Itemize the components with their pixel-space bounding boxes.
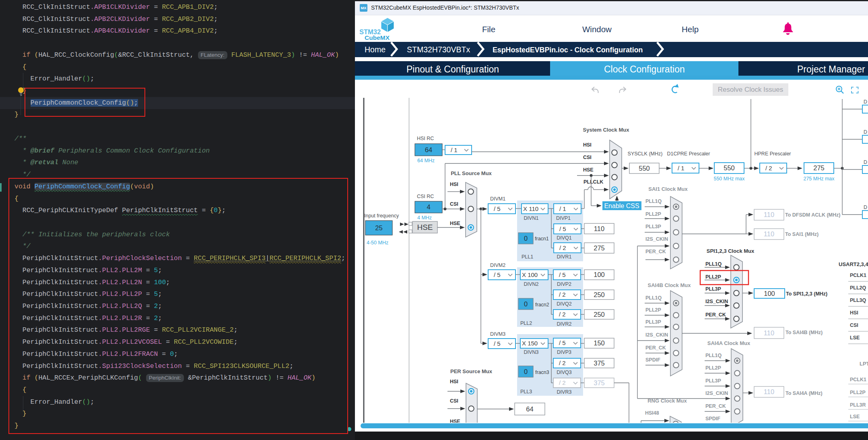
svg-text:USART2,3,4,5,7: USART2,3,4,5,7 [839,261,868,267]
svg-text:To SAI1 (MHz): To SAI1 (MHz) [785,231,819,237]
svg-text:275: 275 [813,164,825,171]
svg-text:HSE: HSE [583,167,594,173]
svg-text:PER_CK: PER_CK [705,312,726,318]
svg-text:100: 100 [594,271,605,278]
svg-text:CSI: CSI [583,155,592,160]
svg-text:/ 2: / 2 [559,291,566,298]
svg-text:PLL3: PLL3 [520,389,532,395]
svg-text:550: 550 [639,165,650,172]
svg-text:DIVM3: DIVM3 [490,331,505,337]
svg-text:DIVQ2: DIVQ2 [557,301,572,307]
svg-text:To SAI4B (MHz): To SAI4B (MHz) [786,330,823,335]
svg-text:0: 0 [524,300,528,308]
svg-text:HSI: HSI [450,182,458,187]
svg-text:PER_CK: PER_CK [645,249,666,254]
svg-text:110: 110 [764,329,774,337]
svg-text:4: 4 [427,203,430,211]
svg-text:I2S_CKIN: I2S_CKIN [705,299,728,304]
svg-text:Input frequency: Input frequency [364,213,399,219]
svg-text:PLLCLK: PLLCLK [583,179,603,185]
svg-text:HSI RC: HSI RC [417,136,434,141]
svg-text:SYSCLK (MHz): SYSCLK (MHz) [628,151,663,157]
svg-text:PLL3P: PLL3P [645,319,661,325]
svg-text:/ 2: / 2 [765,165,772,171]
svg-text:/ 5: / 5 [559,339,566,346]
svg-text:64: 64 [425,146,432,153]
svg-text:PLL2P: PLL2P [705,274,721,280]
svg-text:DIVN3: DIVN3 [524,349,539,355]
svg-text:LPT: LPT [860,361,868,367]
svg-text:PER_CK: PER_CK [645,345,666,351]
svg-text:LSE: LSE [850,335,860,341]
svg-text:DIVM2: DIVM2 [490,262,505,268]
svg-text:275 MHz max: 275 MHz max [803,176,835,182]
svg-text:PLL Source Mux: PLL Source Mux [451,170,492,176]
svg-text:/ 2: / 2 [559,244,566,251]
svg-text:250: 250 [594,311,605,318]
svg-text:CSI: CSI [450,201,458,207]
svg-text:SAI1 Clock Mux: SAI1 Clock Mux [648,186,688,192]
svg-text:100: 100 [764,290,775,297]
svg-text:SAI4A Clock Mux: SAI4A Clock Mux [707,340,750,346]
svg-text:PLL3P: PLL3P [645,224,661,229]
svg-text:X 150: X 150 [522,340,538,347]
svg-text:PER_CK: PER_CK [705,403,726,409]
svg-text:4 MHz: 4 MHz [417,215,432,221]
svg-text:DIVM1: DIVM1 [490,196,505,202]
svg-text:PLL3P: PLL3P [705,378,721,384]
svg-text:X 100: X 100 [522,271,538,278]
svg-text:/ 5: / 5 [494,271,501,278]
svg-text:/ 5: / 5 [494,205,501,212]
svg-text:PCLK1: PCLK1 [850,273,866,278]
svg-text:110: 110 [764,388,774,395]
svg-text:HSE: HSE [417,223,433,231]
svg-text:PLL1Q: PLL1Q [705,353,722,358]
svg-text:PLL1Q: PLL1Q [705,261,722,267]
svg-text:CSI: CSI [450,398,458,404]
svg-text:DIVR2: DIVR2 [557,321,572,327]
svg-text:PLL2: PLL2 [520,320,532,326]
svg-text:PLL2P: PLL2P [705,365,721,371]
svg-text:275: 275 [594,244,605,252]
svg-text:DIVP2: DIVP2 [557,281,571,287]
svg-text:DIVR1: DIVR1 [557,254,572,260]
svg-text:To DFSDM ACLK (MHz): To DFSDM ACLK (MHz) [785,212,840,218]
svg-text:/ 1: / 1 [451,147,458,153]
svg-text:PER Source Mux: PER Source Mux [450,368,493,374]
svg-text:DIVP1: DIVP1 [556,215,571,221]
svg-text:CSI RC: CSI RC [417,194,434,199]
svg-text:PLL3Q: PLL3Q [850,297,866,303]
svg-text:PLL3R: PLL3R [850,402,866,408]
svg-text:150: 150 [594,339,605,347]
svg-text:PLL1Q: PLL1Q [645,198,662,204]
svg-text:0: 0 [524,235,528,242]
svg-text:D: D [864,99,867,105]
svg-text:RNG Clock Mux: RNG Clock Mux [647,398,687,404]
svg-text:0: 0 [524,368,528,375]
svg-text:HPRE Prescaler: HPRE Prescaler [755,151,791,157]
svg-text:110: 110 [594,225,604,232]
svg-text:550 MHz max: 550 MHz max [713,176,745,182]
svg-text:SPI1,2,3 Clock Mux: SPI1,2,3 Clock Mux [707,248,755,254]
svg-text:PLL1: PLL1 [522,254,533,260]
svg-text:SPDIF: SPDIF [645,357,660,363]
svg-text:CubeMX: CubeMX [365,34,390,41]
svg-text:4-50 MHz: 4-50 MHz [367,240,388,246]
svg-text:fracn1: fracn1 [535,236,549,242]
svg-text:To SAI4A (MHz): To SAI4A (MHz) [786,390,823,396]
svg-text:/ 2: / 2 [559,311,566,318]
svg-text:PCLK1: PCLK1 [850,377,866,382]
svg-text:/ 2: / 2 [559,359,566,366]
svg-text:HSE: HSE [450,221,460,226]
svg-text:System Clock Mux: System Clock Mux [583,127,630,133]
svg-text:/ 1: / 1 [559,205,566,212]
svg-text:LSE: LSE [850,414,860,419]
svg-text:HSI: HSI [450,379,458,384]
svg-text:/ 5: / 5 [494,340,501,347]
svg-text:fracn2: fracn2 [535,302,549,308]
svg-text:DIVR3: DIVR3 [557,389,572,395]
svg-text:X 110: X 110 [523,205,538,212]
svg-text:25: 25 [375,224,382,231]
svg-text:I2S_CKIN: I2S_CKIN [705,390,728,396]
svg-text:HSI48: HSI48 [645,410,659,416]
